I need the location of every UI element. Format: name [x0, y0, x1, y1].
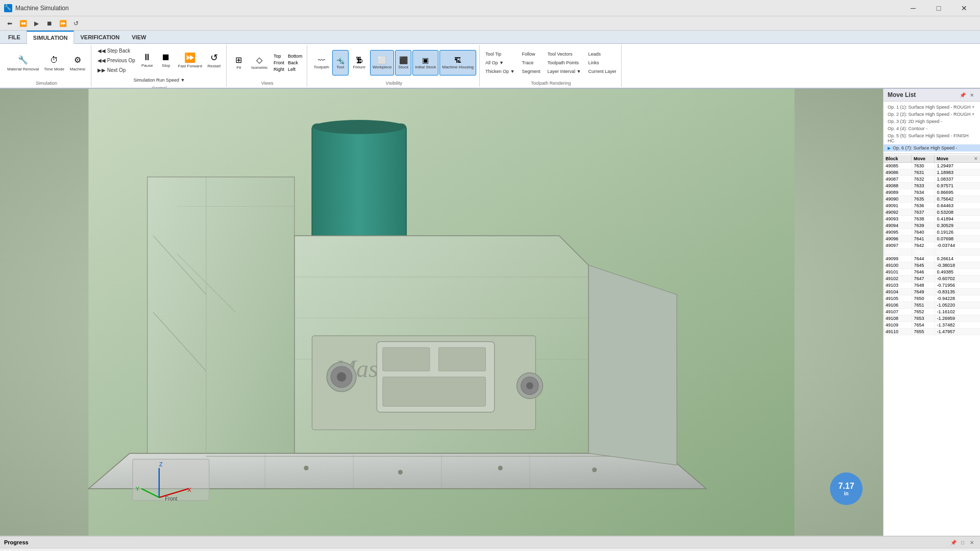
- left-view-button[interactable]: Left: [286, 66, 304, 72]
- leads-button[interactable]: Leads: [586, 50, 618, 58]
- isometric-label: Isometric: [251, 66, 267, 70]
- back-view-button[interactable]: Back: [286, 60, 304, 66]
- tab-verification[interactable]: VERIFICATION: [74, 31, 126, 44]
- stock-visibility-button[interactable]: ⬛ Stock: [395, 50, 411, 76]
- progress-close-button[interactable]: ✕: [968, 538, 976, 546]
- fixture-visibility-button[interactable]: 🗜 Fixture: [350, 50, 369, 76]
- tool-visibility-button[interactable]: 🔩 Tool: [332, 50, 349, 76]
- viewport[interactable]: ⏱ 03:28:11.7/09:10:49.9: [0, 89, 883, 536]
- table-row[interactable]: 49093 7638 0.41894: [884, 216, 980, 222]
- toolpath-points-button[interactable]: Toolpath Points: [546, 59, 583, 67]
- table-row[interactable]: 49097 7642 -0.03744: [884, 242, 980, 249]
- prev-op-button[interactable]: ◀◀ Previous Op: [95, 56, 137, 65]
- workpiece-visibility-button[interactable]: ⬜ Workpiece: [370, 50, 395, 76]
- table-row[interactable]: 49109 7654 -1.37482: [884, 322, 980, 329]
- step-back-button[interactable]: ◀◀ Step Back: [95, 46, 137, 55]
- isometric-icon: ◇: [256, 55, 262, 65]
- thicken-op-button[interactable]: Thicken Op ▼: [484, 67, 516, 76]
- table-row[interactable]: 49107 7652 -1.16102: [884, 309, 980, 315]
- tab-simulation[interactable]: SIMULATION: [27, 31, 75, 44]
- progress-panel: Progress 📌 □ ✕: [0, 536, 980, 551]
- qa-stop[interactable]: ⏹: [44, 18, 55, 29]
- table-row[interactable]: 49105 7650 -0.94228: [884, 295, 980, 302]
- table-row[interactable]: 49101 7646 0.49385: [884, 269, 980, 276]
- segment-button[interactable]: Segment: [521, 67, 542, 76]
- table-row[interactable]: 49087 7632 1.08337: [884, 176, 980, 183]
- current-layer-button[interactable]: Current Layer: [586, 67, 618, 76]
- right-view-button[interactable]: Right: [272, 66, 286, 72]
- links-button[interactable]: Links: [586, 59, 618, 67]
- move-list-table[interactable]: 49085 7630 1.29497 49086 7631 1.18983 49…: [884, 163, 980, 536]
- svg-text:Y: Y: [136, 486, 140, 492]
- table-row[interactable]: 49089 7634 0.86695: [884, 189, 980, 196]
- svg-text:X: X: [187, 487, 191, 493]
- op-1[interactable]: Op. 1 (1): Surface High Speed - ROUGH +: [884, 104, 980, 111]
- qa-refresh[interactable]: ↺: [70, 18, 82, 29]
- progress-pin-button[interactable]: 📌: [949, 538, 958, 546]
- isometric-button[interactable]: ◇ Isometric: [248, 50, 271, 76]
- table-row[interactable]: 49094 7639 0.30529: [884, 222, 980, 229]
- material-removal-button[interactable]: 🔧 Material Removal: [5, 47, 41, 78]
- window-title: Machine Simulation: [15, 5, 901, 12]
- op-5[interactable]: Op. 5 (5): Surface High Speed - FINISH H…: [884, 132, 980, 144]
- close-button[interactable]: ✕: [952, 0, 976, 16]
- table-row[interactable]: 49095 7640 0.19126: [884, 229, 980, 236]
- table-row[interactable]: 49106 7651 -1.05220: [884, 302, 980, 309]
- next-op-button[interactable]: ▶▶ Next Op: [95, 65, 137, 74]
- tab-view[interactable]: VIEW: [126, 31, 152, 44]
- op-6[interactable]: ▶ Op. 6 (7): Surface High Speed -: [884, 144, 980, 152]
- stop-button[interactable]: ⏹ Stop: [157, 47, 175, 73]
- panel-close-button[interactable]: ✕: [968, 91, 976, 99]
- op-2[interactable]: Op. 2 (2): Surface High Speed - ROUGH +: [884, 111, 980, 118]
- qa-back[interactable]: ⬅: [4, 18, 15, 29]
- tab-file[interactable]: FILE: [2, 31, 27, 44]
- follow-button[interactable]: Follow: [521, 50, 542, 58]
- restart-button[interactable]: ↺ Restart: [205, 47, 223, 73]
- qa-play[interactable]: ▶: [31, 18, 42, 29]
- all-op-button[interactable]: All Op ▼: [484, 59, 516, 67]
- table-row[interactable]: 49110 7655 -1.47957: [884, 329, 980, 335]
- minimize-button[interactable]: ─: [901, 0, 925, 16]
- table-row[interactable]: 49102 7647 -0.60702: [884, 276, 980, 282]
- time-mode-label: Time Mode: [44, 67, 64, 72]
- move2-sort-button[interactable]: ✕: [974, 156, 978, 161]
- tool-vectors-button[interactable]: Tool Vectors: [546, 50, 583, 58]
- table-row[interactable]: 49098 7643 -0.15185: [884, 249, 980, 256]
- table-row[interactable]: 49096 7641 0.07698: [884, 236, 980, 242]
- time-mode-button[interactable]: ⏱ Time Mode: [42, 47, 66, 78]
- table-row[interactable]: 49100 7645 -0.38018: [884, 262, 980, 269]
- fit-button[interactable]: ⊞ Fit: [231, 50, 247, 76]
- bottom-view-button[interactable]: Bottom: [286, 53, 304, 59]
- top-view-button[interactable]: Top: [272, 53, 286, 59]
- svg-point-24: [526, 382, 533, 389]
- table-row[interactable]: 49103 7648 -0.71956: [884, 282, 980, 289]
- tooltip-button[interactable]: Tool Tip: [484, 50, 516, 58]
- layer-interval-button[interactable]: Layer Interval ▼: [546, 67, 583, 76]
- op-3[interactable]: Op. 3 (3): 2D High Speed -: [884, 118, 980, 125]
- panel-pin-button[interactable]: 📌: [959, 91, 967, 99]
- machine-button[interactable]: ⚙ Machine: [67, 47, 88, 78]
- table-row[interactable]: 49088 7633 0.97571: [884, 183, 980, 189]
- progress-restore-button[interactable]: □: [959, 538, 967, 546]
- fast-forward-button[interactable]: ⏩ Fast Forward: [176, 47, 204, 73]
- toolpath-visibility-button[interactable]: 〰 Toolpath: [311, 50, 331, 76]
- qa-forward[interactable]: ⏩: [57, 18, 68, 29]
- maximize-button[interactable]: □: [927, 0, 950, 16]
- table-row[interactable]: 49086 7631 1.18983: [884, 169, 980, 176]
- sim-run-speed-button[interactable]: Simulation Run Speed ▼: [131, 76, 187, 85]
- table-row[interactable]: 49085 7630 1.29497: [884, 163, 980, 169]
- machine-housing-button[interactable]: 🏗 Machine Housing: [439, 50, 476, 76]
- initial-stock-button[interactable]: ▣ Initial Stock: [412, 50, 438, 76]
- table-row[interactable]: 49104 7649 -0.83135: [884, 289, 980, 295]
- table-row[interactable]: 49091 7636 0.64463: [884, 203, 980, 209]
- table-row[interactable]: 49099 7644 0.26614: [884, 256, 980, 262]
- table-row[interactable]: 49090 7635 0.75642: [884, 196, 980, 203]
- table-row[interactable]: 49092 7637 0.53208: [884, 209, 980, 216]
- pause-button[interactable]: ⏸ Pause: [138, 47, 156, 73]
- front-view-button[interactable]: Front: [272, 60, 286, 66]
- trace-button[interactable]: Trace: [521, 59, 542, 67]
- table-row[interactable]: 49108 7653 -1.26959: [884, 315, 980, 322]
- op-4[interactable]: Op. 4 (4): Contour -: [884, 125, 980, 132]
- visibility-group-label: Visibility: [386, 80, 402, 86]
- qa-prev[interactable]: ⏪: [17, 18, 29, 29]
